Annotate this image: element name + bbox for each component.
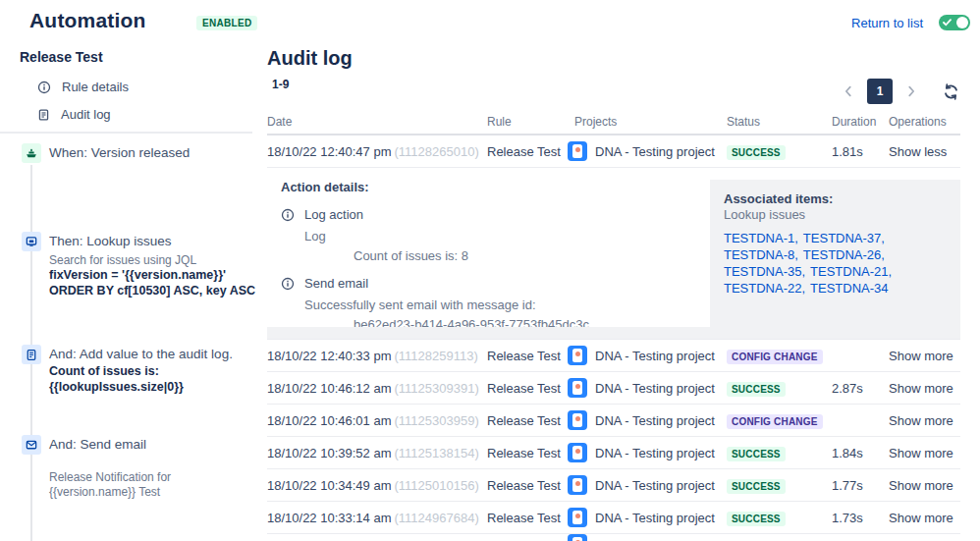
step-label: And: Add value to the audit log. — [49, 344, 257, 364]
step-label: And: Send email — [49, 434, 257, 455]
sidebar-item-rule-details[interactable]: Rule details — [37, 80, 129, 94]
issue-link[interactable]: TESTDNA-34 — [810, 280, 888, 297]
project-avatar-icon — [568, 534, 587, 541]
expanded-bottom-band — [267, 327, 960, 339]
step-value-line: Count of issues is: — [49, 364, 257, 380]
status-badge: SUCCESS — [727, 145, 786, 160]
show-more-link[interactable]: Show more — [889, 446, 953, 460]
audit-log-icon — [22, 345, 41, 364]
row-date: 18/10/22 12:40:33 pm — [267, 349, 392, 363]
show-more-link[interactable]: Show more — [889, 478, 953, 493]
col-rule: Rule — [487, 115, 568, 129]
issue-link[interactable]: TESTDNA-22, — [724, 280, 805, 297]
row-project: DNA - Testing project — [595, 413, 715, 428]
col-projects: Projects — [568, 115, 727, 129]
audit-log-title: Audit log — [267, 47, 353, 70]
row-id: (11125138154) — [395, 446, 479, 460]
show-more-link[interactable]: Show more — [889, 381, 953, 396]
email-icon — [22, 435, 41, 455]
step-lookup-issues[interactable]: Then: Lookup issues Search for issues us… — [22, 231, 257, 298]
show-less-link[interactable]: Show less — [889, 144, 947, 159]
step-jql-line: fixVersion = '{{version.name}}' — [49, 268, 257, 284]
associated-items-subtitle: Lookup issues — [724, 207, 947, 222]
issue-link[interactable]: TESTDNA-37, — [803, 230, 885, 246]
table-row: 18/10/22 12:40:33 pm(11128259113) Releas… — [267, 340, 960, 372]
row-rule: Release Test — [487, 349, 568, 363]
sidebar-item-label: Audit log — [61, 107, 111, 122]
project-avatar-icon — [568, 410, 587, 430]
show-more-link[interactable]: Show more — [889, 349, 953, 363]
step-label: When: Version released — [49, 142, 257, 163]
sidebar-item-audit-log[interactable]: Audit log — [37, 107, 111, 122]
step-jql-line: ORDER BY cf[10530] ASC, key ASC — [49, 284, 257, 299]
chevron-right-icon[interactable] — [899, 79, 923, 104]
row-project: DNA - Testing project — [595, 478, 715, 493]
row-duration: 1.77s — [832, 478, 886, 493]
status-badge: SUCCESS — [727, 382, 786, 397]
table-row: 18/10/22 10:39:52 am(11125138154) Releas… — [267, 437, 960, 469]
row-id: (11124967684) — [395, 511, 479, 525]
row-rule: Release Test — [487, 381, 568, 396]
check-icon — [943, 19, 952, 27]
detail-line: Log — [304, 229, 689, 243]
row-project: DNA - Testing project — [595, 446, 715, 460]
issue-link[interactable]: TESTDNA-35, — [724, 263, 805, 280]
audit-log-table: Date Rule Projects Status Duration Opera… — [267, 114, 960, 541]
row-project: DNA - Testing project — [595, 144, 715, 159]
col-operations: Operations — [886, 115, 960, 129]
detail-item: Log action Log Count of issues is: 8 — [281, 207, 689, 263]
row-duration: 1.84s — [832, 446, 886, 460]
row-id: (11125303959) — [395, 413, 479, 428]
page-number-button[interactable]: 1 — [867, 79, 893, 104]
return-to-list-link[interactable]: Return to list — [851, 16, 923, 30]
expanded-row-details: Action details: Log action Log Count of … — [267, 168, 960, 340]
chevron-left-icon[interactable] — [837, 79, 860, 104]
table-header: Date Rule Projects Status Duration Opera… — [267, 114, 960, 135]
status-badge: SUCCESS — [727, 512, 786, 526]
detail-value: Count of issues is: 8 — [354, 248, 689, 263]
show-more-link[interactable]: Show more — [889, 413, 953, 428]
row-rule: Release Test — [487, 144, 568, 159]
row-id: (11128259113) — [395, 349, 478, 363]
row-duration: 1.73s — [832, 511, 886, 525]
detail-line: Successfully sent email with message id: — [304, 298, 689, 312]
row-duration: 1.81s — [832, 144, 886, 159]
row-project: DNA - Testing project — [595, 349, 715, 363]
table-row: 18/10/22 10:46:01 am(11125303959) Releas… — [267, 405, 960, 437]
project-avatar-icon — [568, 141, 587, 161]
row-date: 18/10/22 12:40:47 pm — [267, 144, 392, 159]
status-badge: CONFIG CHANGE — [727, 414, 823, 429]
lookup-issues-icon — [22, 232, 41, 251]
rule-enabled-toggle[interactable] — [939, 15, 970, 30]
row-rule: Release Test — [487, 413, 568, 428]
step-send-email[interactable]: And: Send email Release Notification for… — [22, 434, 257, 500]
step-add-audit-value[interactable]: And: Add value to the audit log. Count o… — [22, 344, 257, 395]
ship-release-icon — [22, 143, 41, 163]
table-row: 18/10/22 12:40:47 pm(11128265010) Releas… — [267, 135, 960, 168]
issue-link[interactable]: TESTDNA-1, — [724, 230, 798, 246]
step-label: Then: Lookup issues — [49, 231, 257, 251]
row-id: (11125309391) — [395, 381, 479, 396]
issue-link[interactable]: TESTDNA-26, — [803, 246, 885, 263]
step-trigger-version-released[interactable]: When: Version released — [22, 142, 257, 163]
issue-link[interactable]: TESTDNA-8, — [724, 246, 798, 263]
table-row: 18/10/22 10:33:14 am(11124967684) Releas… — [267, 502, 960, 534]
page-title: Automation — [29, 9, 146, 32]
step-value-line: {{lookupIssues.size|0}} — [49, 380, 257, 396]
issue-link[interactable]: TESTDNA-21, — [810, 263, 892, 280]
row-project: DNA - Testing project — [595, 381, 715, 396]
step-description: Release Notification for {{version.name}… — [49, 470, 260, 500]
table-row-partial — [267, 534, 960, 541]
info-icon — [281, 277, 304, 294]
pagination: 1 — [837, 79, 960, 104]
info-icon — [281, 208, 304, 225]
step-description: Search for issues using JQL — [49, 253, 257, 268]
row-duration: 2.87s — [832, 381, 886, 396]
status-badge: CONFIG CHANGE — [727, 350, 823, 364]
associated-items-title: Associated items: — [724, 191, 947, 206]
status-badge: SUCCESS — [727, 479, 786, 494]
refresh-icon[interactable] — [942, 82, 960, 101]
show-more-link[interactable]: Show more — [889, 511, 953, 525]
row-date: 18/10/22 10:39:52 am — [267, 446, 392, 460]
detail-name: Log action — [304, 207, 689, 225]
